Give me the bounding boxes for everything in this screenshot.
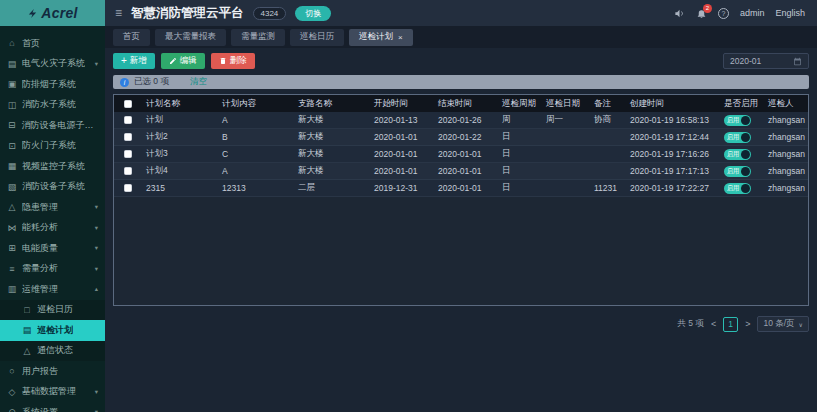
table-row[interactable]: 计划3C新大楼2020-01-012020-01-01日2020-01-19 1… [114, 146, 808, 163]
enabled-toggle[interactable]: 启用 [724, 149, 751, 160]
table-row[interactable]: 计划2B新大楼2020-01-012020-01-22日2020-01-19 1… [114, 129, 808, 146]
inspection-calendar-icon: □ [22, 305, 32, 315]
table-cell: 2020-01-01 [370, 132, 434, 142]
enabled-toggle[interactable]: 启用 [724, 115, 751, 126]
sidebar-item-inspection-calendar[interactable]: □巡检日历 [0, 300, 105, 321]
language-switcher[interactable]: English [775, 8, 805, 18]
sidebar-item-video-monitoring-subsystem[interactable]: ▦视频监控子系统 [0, 156, 105, 177]
table-row[interactable]: 231512313二层2019-12-312020-01-01日11231202… [114, 180, 808, 197]
column-header: 巡检日期 [542, 98, 590, 110]
sidebar-item-basic-data-management[interactable]: ◇基础数据管理▾ [0, 382, 105, 403]
page-size-select[interactable]: 10 条/页 ∨ [757, 316, 809, 332]
sidebar-item-system-settings[interactable]: ⊙系统设置▾ [0, 402, 105, 412]
column-header: 计划名称 [142, 98, 218, 110]
table-cell: 2020-01-01 [434, 166, 498, 176]
table-row[interactable]: 计划4A新大楼2020-01-012020-01-01日2020-01-19 1… [114, 163, 808, 180]
username[interactable]: admin [740, 8, 765, 18]
chevron-icon: ▾ [95, 224, 98, 232]
enabled-cell: 启用 [720, 166, 764, 177]
tab-需量监测[interactable]: 需量监测 [231, 29, 285, 46]
switch-button[interactable]: 切换 [295, 6, 331, 21]
table-row[interactable]: 计划A新大楼2020-01-132020-01-26周周一协商2020-01-1… [114, 112, 808, 129]
table-cell: 2020-01-19 16:58:13 [626, 115, 720, 125]
sidebar-item-energy-analysis[interactable]: ⋈能耗分析▾ [0, 218, 105, 239]
delete-button[interactable]: 删除 [211, 53, 255, 69]
electrical-fire-subsystem-icon: ▤ [7, 59, 17, 69]
sidebar-item-demand-analysis[interactable]: ≡需量分析▾ [0, 259, 105, 280]
chevron-icon: ▾ [95, 265, 98, 273]
table-header-row: 计划名称计划内容支路名称开始时间结束时间巡检周期巡检日期备注创建时间是否启用巡检… [114, 95, 808, 112]
sidebar-item-fire-door-subsystem[interactable]: ⊡防火门子系统 [0, 136, 105, 157]
row-checkbox[interactable] [124, 184, 132, 192]
table-cell: 2020-01-19 17:12:44 [626, 132, 720, 142]
prev-page-button[interactable]: < [711, 319, 716, 329]
row-checkbox[interactable] [124, 167, 132, 175]
home-icon: ⌂ [7, 38, 17, 48]
table-cell: zhangsan [764, 115, 808, 125]
clear-selection-link[interactable]: 清空 [190, 76, 207, 88]
pagination-total: 共 5 项 [677, 318, 703, 330]
row-select-cell [114, 150, 142, 158]
sidebar-item-operations-management[interactable]: ▥运维管理▴ [0, 279, 105, 300]
edit-button[interactable]: 编辑 [161, 53, 205, 69]
table-cell: 日 [498, 182, 542, 194]
sidebar-item-label: 系统设置 [22, 406, 58, 412]
sidebar-item-hazard-management[interactable]: △隐患管理▾ [0, 197, 105, 218]
add-button[interactable]: + 新增 [113, 53, 155, 69]
table-cell: 2020-01-01 [434, 149, 498, 159]
table-cell: 2020-01-19 17:22:27 [626, 183, 720, 193]
sidebar-item-label: 通信状态 [37, 344, 73, 357]
sidebar-item-fire-water-subsystem[interactable]: ◫消防水子系统 [0, 95, 105, 116]
sidebar-item-communication-status[interactable]: △通信状态 [0, 341, 105, 362]
equipment-power-subsystem-icon: ⊟ [7, 120, 16, 130]
sidebar-item-fire-equipment-subsystem[interactable]: ▧消防设备子系统 [0, 177, 105, 198]
sidebar-item-smoke-exhaust-subsystem[interactable]: ▣防排烟子系统 [0, 74, 105, 95]
sidebar-item-electrical-fire-subsystem[interactable]: ▤电气火灾子系统▾ [0, 54, 105, 75]
row-checkbox[interactable] [124, 133, 132, 141]
selection-count-text: 已选 0 项 [134, 76, 169, 88]
select-all-checkbox[interactable] [124, 100, 132, 108]
app-window: Acrel ≡ 智慧消防管理云平台 4324 切换 2 ? admin Engl… [0, 0, 817, 412]
enabled-toggle[interactable]: 启用 [724, 132, 751, 143]
chevron-down-icon: ∨ [799, 321, 803, 328]
table-cell: zhangsan [764, 149, 808, 159]
row-checkbox[interactable] [124, 150, 132, 158]
bell-icon[interactable]: 2 [696, 8, 707, 19]
table-cell: 2020-01-19 17:16:26 [626, 149, 720, 159]
tab-巡检计划[interactable]: 巡检计划× [349, 29, 413, 46]
sidebar-item-label: 基础数据管理 [22, 385, 76, 398]
speaker-icon[interactable] [674, 8, 685, 19]
enabled-toggle[interactable]: 启用 [724, 183, 751, 194]
next-page-button[interactable]: > [745, 319, 750, 329]
sidebar-item-home[interactable]: ⌂首页 [0, 33, 105, 54]
enabled-toggle[interactable]: 启用 [724, 166, 751, 177]
tab-巡检日历[interactable]: 巡检日历 [290, 29, 344, 46]
table-cell: 周一 [542, 114, 590, 126]
communication-status-icon: △ [22, 346, 32, 356]
help-icon[interactable]: ? [718, 8, 729, 19]
toggle-knob [741, 167, 750, 176]
tab-首页[interactable]: 首页 [113, 29, 150, 46]
inspection-plan-icon: ▤ [22, 325, 32, 335]
table-cell: 2020-01-22 [434, 132, 498, 142]
month-picker[interactable]: 2020-01 [723, 53, 809, 69]
tab-close-icon[interactable]: × [398, 33, 403, 42]
sidebar-item-label: 防排烟子系统 [22, 78, 76, 91]
row-checkbox[interactable] [124, 116, 132, 124]
content-panel: + 新增 编辑 删除 2020-01 [105, 48, 817, 412]
sidebar-item-power-quality[interactable]: ⊞电能质量▾ [0, 238, 105, 259]
current-page-button[interactable]: 1 [723, 317, 738, 332]
chevron-icon: ▾ [95, 408, 98, 412]
sidebar-collapse-icon[interactable]: ≡ [115, 6, 122, 20]
select-all-cell [114, 100, 142, 108]
sidebar-item-user-report[interactable]: ○用户报告 [0, 361, 105, 382]
sidebar-item-inspection-plan[interactable]: ▤巡检计划 [0, 320, 105, 341]
tab-最大需量报表[interactable]: 最大需量报表 [155, 29, 226, 46]
chevron-icon: ▴ [95, 285, 98, 293]
table-cell: 2315 [142, 183, 218, 193]
table-cell: 计划2 [142, 131, 218, 143]
tab-label: 最大需量报表 [165, 31, 216, 43]
sidebar-item-equipment-power-subsystem[interactable]: ⊟消防设备电源子系统 [0, 115, 105, 136]
table-cell: 日 [498, 148, 542, 160]
month-picker-value: 2020-01 [730, 56, 761, 66]
